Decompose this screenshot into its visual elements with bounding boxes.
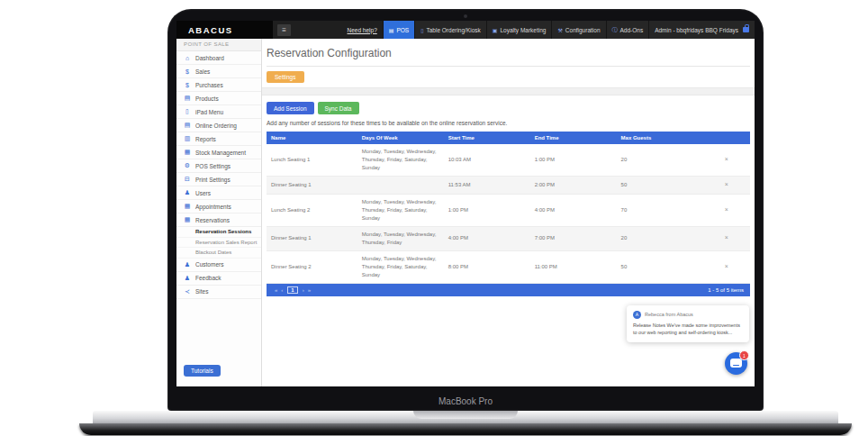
sidebar-item-label: Sites (195, 288, 208, 295)
nav-item-add-ons[interactable]: ⓘAdd-Ons (606, 21, 649, 39)
chat-launcher-button[interactable]: 1 (725, 352, 747, 375)
nav-item-label: Add-Ons (620, 27, 644, 33)
nav-item-table-ordering-kiosk[interactable]: ▯Table Ordering/Kiosk (414, 21, 486, 39)
kiosk-icon: ▯ (420, 27, 423, 33)
column-header-max-guests: Max Guests (617, 132, 703, 144)
lock-icon (743, 27, 749, 32)
delete-session-icon[interactable]: × (703, 144, 751, 177)
hamburger-menu-icon[interactable]: ≡ (277, 24, 291, 36)
printer-icon: ⊟ (184, 176, 191, 183)
sidebar-item-label: Reports (195, 136, 216, 142)
sidebar-item-reports[interactable]: ▥Reports (176, 132, 261, 146)
sidebar-subitem-reservation-sales-report[interactable]: Reservation Sales Report (176, 238, 261, 249)
sidebar-item-purchases[interactable]: $Purchases (176, 78, 261, 92)
sliders-icon: ⚙ (184, 162, 191, 169)
pagination-last-icon[interactable]: » (306, 287, 312, 293)
need-help-link[interactable]: Need help? (342, 21, 383, 39)
page-title: Reservation Configuration (267, 39, 750, 67)
sidebar-item-label: Users (195, 190, 211, 196)
webcam-dot (464, 14, 467, 18)
nav-item-loyalty-marketing[interactable]: ▣Loyalty Marketing (486, 21, 552, 39)
table-row: Dinner Seating 1Monday, Tuesday, Wednesd… (267, 226, 750, 250)
sidebar-item-label: Customers (195, 261, 223, 268)
delete-session-icon[interactable]: × (703, 250, 751, 283)
wrench-icon: ⚒ (557, 27, 562, 33)
session-start-time: 10:03 AM (444, 144, 530, 177)
calendar-icon: ▦ (184, 216, 191, 223)
sidebar-item-ipad-menu[interactable]: ▯iPad Menu (176, 105, 261, 119)
session-end-time: 1:00 PM (530, 144, 617, 177)
session-name: Lunch Seating 2 (267, 194, 357, 226)
delete-session-icon[interactable]: × (703, 177, 751, 195)
add-session-button[interactable]: Add Session (267, 102, 314, 114)
sidebar-item-online-ordering[interactable]: ▤Online Ordering (176, 119, 261, 132)
notification-popup[interactable]: A Rebecca from Abacus Release Notes We'v… (627, 305, 749, 342)
nav-item-label: Loyalty Marketing (500, 27, 546, 33)
description-text: Add any number of sessions for these tim… (267, 120, 750, 126)
nav-admin-account[interactable]: Admin - bbqfridays BBQ Fridays (648, 21, 755, 39)
sidebar-item-dashboard[interactable]: ⌂Dashboard (176, 51, 261, 65)
nav-item-label: Configuration (565, 27, 601, 33)
brand-logo: ABACUS (176, 21, 273, 39)
table-row: Lunch Seating 1Monday, Tuesday, Wednesda… (267, 144, 750, 177)
boxes-icon: ▦ (184, 149, 191, 156)
tablet-icon: ▯ (184, 108, 191, 115)
session-end-time: 11:00 PM (530, 250, 617, 283)
calendar-icon: ▦ (184, 203, 191, 210)
sidebar-item-sales[interactable]: $Sales (176, 65, 261, 78)
nav-item-label: Table Ordering/Kiosk (426, 27, 480, 33)
session-days: Monday, Tuesday, Wednesday, Thursday, Fr… (357, 250, 444, 283)
sidebar-item-label: Print Settings (195, 177, 231, 183)
section-divider (262, 87, 755, 95)
sidebar-item-pos-settings[interactable]: ⚙POS Settings (176, 159, 261, 173)
sidebar-item-appointments[interactable]: ▦Appointments (176, 200, 261, 213)
sidebar-item-reservations[interactable]: ▦Reservations (176, 213, 261, 227)
avatar: A (633, 311, 641, 319)
sidebar-item-label: Products (195, 95, 219, 102)
sidebar-item-stock-management[interactable]: ▦Stock Management (176, 146, 261, 159)
sidebar-item-sites[interactable]: ≺Sites (176, 286, 261, 299)
session-days (357, 177, 444, 195)
sidebar-subitem-reservation-sessions[interactable]: Reservation Sessions (176, 227, 261, 238)
sidebar-item-users[interactable]: ♟Users (176, 186, 261, 200)
session-max-guests: 70 (617, 194, 703, 226)
nav-item-configuration[interactable]: ⚒Configuration (551, 21, 605, 39)
top-navbar: ABACUS ≡ Need help? ▤POS▯Table Ordering/… (176, 21, 755, 39)
sidebar-item-label: iPad Menu (195, 109, 223, 115)
nav-item-pos[interactable]: ▤POS (383, 21, 414, 39)
sidebar-item-customers[interactable]: ♟Customers (176, 259, 261, 272)
sidebar-subitem-blackout-dates[interactable]: Blackout Dates (176, 248, 261, 259)
laptop-base (93, 411, 838, 424)
session-max-guests: 50 (617, 250, 703, 283)
pagination-prev-icon[interactable]: ‹ (279, 287, 285, 293)
sidebar-item-print-settings[interactable]: ⊟Print Settings (176, 173, 261, 186)
pagination-current-page[interactable]: 1 (287, 286, 297, 294)
session-days: Monday, Tuesday, Wednesday, Thursday, Fr… (357, 194, 444, 226)
laptop-base-edge (79, 423, 852, 435)
sidebar-item-label: Stock Management (195, 150, 246, 156)
sessions-table: NameDays Of WeekStart TimeEnd TimeMax Gu… (267, 132, 750, 284)
share-icon: ≺ (184, 288, 191, 295)
session-start-time: 8:00 PM (444, 250, 530, 283)
sidebar-item-feedback[interactable]: ♟Feedback (176, 272, 261, 286)
sidebar-item-label: Reservations (195, 217, 230, 223)
settings-button[interactable]: Settings (267, 71, 304, 83)
tutorials-button[interactable]: Tutorials (184, 365, 221, 377)
sync-data-button[interactable]: Sync Data (318, 102, 359, 114)
sidebar-item-label: Purchases (195, 82, 223, 88)
users-icon: ♟ (184, 261, 191, 268)
delete-session-icon[interactable]: × (703, 226, 751, 250)
session-days: Monday, Tuesday, Wednesday, Thursday, Fr… (357, 144, 444, 177)
sidebar-item-products[interactable]: ▤Products (176, 92, 261, 105)
table-row: Lunch Seating 2Monday, Tuesday, Wednesda… (267, 194, 750, 226)
table-header-row: NameDays Of WeekStart TimeEnd TimeMax Gu… (267, 132, 750, 144)
sidebar: POINT OF SALE ⌂Dashboard$Sales$Purchases… (176, 39, 262, 386)
sidebar-items: ⌂Dashboard$Sales$Purchases▤Products▯iPad… (176, 51, 261, 299)
dollar-icon: $ (184, 82, 191, 88)
session-end-time: 4:00 PM (530, 194, 617, 226)
cart-icon: ▤ (184, 95, 191, 102)
pagination-first-icon[interactable]: « (273, 287, 279, 293)
delete-session-icon[interactable]: × (703, 194, 751, 226)
column-header-start-time: Start Time (444, 132, 530, 144)
session-max-guests: 50 (617, 177, 703, 195)
